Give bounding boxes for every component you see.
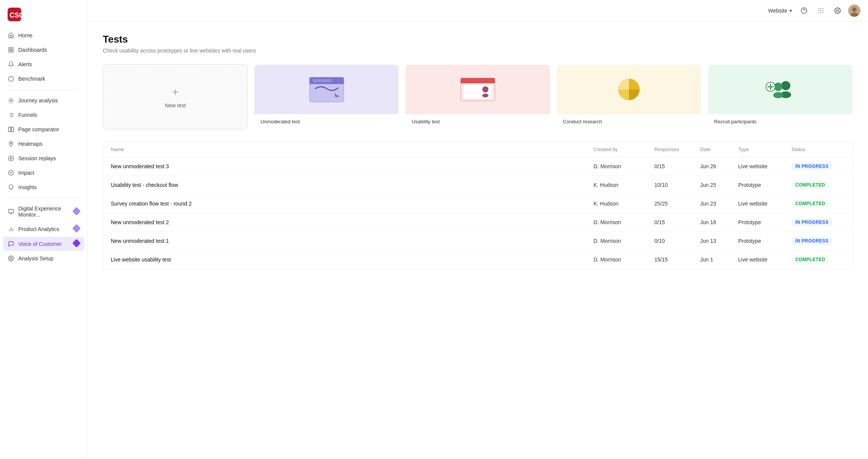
sidebar-item-insights[interactable]: Insights [3, 180, 84, 194]
journey-icon [8, 97, 14, 104]
recruit-participants-footer: Recruit participants [708, 114, 852, 129]
unmoderated-test-card[interactable]: Unmoderated test [254, 64, 399, 129]
svg-point-39 [819, 12, 819, 13]
sidebar-item-benchmark[interactable]: Benchmark [3, 72, 84, 86]
product-analytics-badge [73, 225, 80, 233]
table-row[interactable]: Usability test - checkout flow K. Hudson… [103, 176, 852, 194]
page-title: Tests [103, 33, 853, 45]
compare-icon [8, 126, 14, 133]
sidebar-item-analysis-setup[interactable]: Analysis Setup [3, 252, 84, 265]
svg-point-56 [482, 94, 488, 97]
sidebar-divider-2 [8, 198, 80, 198]
cell-status: COMPLETED [791, 256, 845, 263]
table-row[interactable]: New unmoderated test 3 D. Morrison 0/15 … [103, 157, 852, 176]
analytics-icon [8, 226, 14, 233]
cell-name: New unmoderated test 2 [111, 219, 594, 225]
cell-status: COMPLETED [791, 181, 845, 189]
svg-point-41 [822, 12, 823, 13]
home-icon [8, 32, 14, 39]
cell-type: Prototype [738, 238, 791, 244]
cell-status: IN PROGRESS [791, 163, 845, 170]
cell-name: New unmoderated test 3 [111, 163, 594, 169]
svg-rect-4 [9, 50, 11, 52]
sidebar-item-session-replays[interactable]: Session replays [3, 151, 84, 165]
setup-icon [8, 255, 14, 262]
recruit-participants-card[interactable]: Recruit participants [708, 64, 853, 129]
content: Tests Check usability across prototypes … [88, 21, 868, 459]
svg-point-9 [10, 100, 12, 101]
settings-icon[interactable] [831, 5, 844, 17]
avatar[interactable] [848, 5, 860, 17]
voc-badge [73, 240, 80, 247]
column-responses: Responses [654, 147, 700, 152]
svg-text:CSQ: CSQ [10, 11, 21, 19]
topbar: Website ▾ [88, 0, 868, 21]
sidebar-item-product-analytics[interactable]: Product Analytics [3, 222, 84, 236]
cell-responses: 0/15 [654, 219, 700, 225]
sidebar-item-funnels-label: Funnels [18, 112, 37, 118]
cell-created-by: D. Morrison [594, 163, 654, 169]
cell-status: IN PROGRESS [791, 237, 845, 245]
sidebar-item-page-comparator[interactable]: Page comparator [3, 123, 84, 136]
svg-rect-53 [461, 82, 495, 83]
topbar-icons [798, 5, 860, 17]
sidebar-item-funnels[interactable]: Funnels [3, 108, 84, 122]
status-badge: COMPLETED [791, 181, 829, 189]
table-row[interactable]: New unmoderated test 2 D. Morrison 0/15 … [103, 213, 852, 232]
cell-type: Prototype [738, 182, 791, 188]
status-badge: COMPLETED [791, 256, 829, 263]
sidebar-item-dashboards[interactable]: Dashboards [3, 43, 84, 57]
svg-rect-49 [313, 79, 332, 82]
sidebar-item-insights-label: Insights [18, 184, 37, 190]
svg-point-19 [8, 156, 13, 161]
table-header: Name Created by Responses Date Type Stat… [103, 142, 852, 157]
unmoderated-illustration [254, 65, 399, 114]
svg-rect-5 [11, 50, 13, 52]
usability-test-footer: Usability test [405, 114, 550, 129]
svg-rect-3 [11, 48, 13, 49]
dashboard-icon [8, 46, 14, 53]
svg-point-34 [820, 8, 821, 9]
sidebar-item-impact-label: Impact [18, 170, 34, 176]
sidebar-item-voice-of-customer[interactable]: Voice of Customer [3, 237, 84, 251]
conduct-research-footer: Conduct research [557, 114, 701, 129]
table-row[interactable]: Survey creation flow test - round 2 K. H… [103, 194, 852, 213]
svg-point-42 [837, 10, 839, 11]
svg-rect-48 [310, 83, 344, 84]
sidebar-item-journey[interactable]: Journey analysis [3, 94, 84, 107]
sidebar-item-digital-experience[interactable]: Digital Experience Monitor... [3, 202, 84, 221]
cell-type: Prototype [738, 219, 791, 225]
sidebar-item-analysis-setup-label: Analysis Setup [18, 255, 54, 261]
help-icon[interactable] [798, 5, 810, 17]
svg-point-55 [482, 86, 488, 92]
sidebar-item-alerts[interactable]: Alerts [3, 57, 84, 71]
conduct-research-card[interactable]: Conduct research [557, 64, 702, 129]
cell-responses: 0/10 [654, 238, 700, 244]
cell-type: Live website [738, 201, 791, 207]
status-badge: IN PROGRESS [791, 237, 832, 245]
apps-icon[interactable] [815, 5, 827, 17]
monitor-icon [8, 208, 14, 215]
table-row[interactable]: Live website usability test D. Morrison … [103, 250, 852, 269]
cell-type: Live website [738, 163, 791, 169]
usability-illustration [405, 65, 550, 114]
chevron-down-icon: ▾ [790, 8, 792, 13]
cards-row: + New test [103, 64, 853, 129]
cell-name: Live website usability test [111, 257, 594, 263]
column-name: Name [111, 147, 594, 152]
logo[interactable]: CSQ [0, 5, 87, 29]
table-row[interactable]: New unmoderated test 1 D. Morrison 0/10 … [103, 232, 852, 250]
usability-test-card[interactable]: Usability test [405, 64, 550, 129]
cell-date: Jun 1 [700, 257, 738, 263]
workspace-selector[interactable]: Website ▾ [768, 8, 792, 14]
sidebar-item-product-analytics-label: Product Analytics [18, 226, 59, 232]
sidebar-item-heatmaps[interactable]: Heatmaps [3, 137, 84, 151]
sidebar-item-home[interactable]: Home [3, 29, 84, 42]
svg-rect-17 [11, 127, 14, 132]
sidebar-item-impact[interactable]: Impact [3, 166, 84, 180]
svg-point-35 [822, 8, 823, 9]
cell-created-by: D. Morrison [594, 238, 654, 244]
replay-icon [8, 155, 14, 162]
new-test-card[interactable]: + New test [103, 64, 248, 129]
sidebar-nav: Home Dashboards Alerts Benchmark J [0, 29, 87, 454]
